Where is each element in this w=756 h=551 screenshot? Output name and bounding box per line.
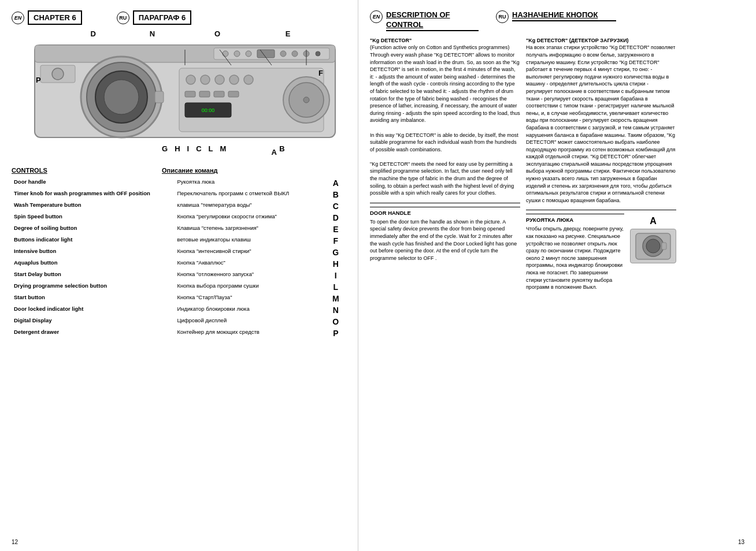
controls-title-en: CONTROLS: [12, 167, 127, 174]
kg-detector-en-body: Through every wash phase "Kg DETECTOR" a…: [370, 52, 520, 123]
label-A: A: [272, 148, 277, 157]
en-badge-right: EN: [370, 10, 383, 23]
control-en: Buttons indicator light: [12, 235, 175, 247]
label-O: O: [214, 29, 220, 38]
left-page: EN CHAPTER 6 RU ПАРАГРАФ 6 D N O E: [0, 0, 358, 551]
controls-row: Spin Speed button Кнопка "регулировки ск…: [12, 212, 346, 224]
wm-svg: 00:00: [12, 39, 347, 149]
svg-rect-27: [185, 91, 195, 97]
svg-rect-15: [155, 91, 164, 103]
svg-point-26: [303, 97, 309, 103]
control-ru: клавиша "температура воды": [175, 200, 321, 212]
ru-badge-left: RU: [117, 12, 129, 24]
controls-row: Degree of soiling button Клавиша "степен…: [12, 224, 346, 235]
door-handle-en-block: DOOR HANDLE To open the door turn the ha…: [370, 207, 520, 262]
control-en: Wash Temperature button: [12, 200, 175, 212]
control-letter: H: [322, 258, 346, 270]
right-col-ru: "Kg DETECTOR" (ДЕТЕКТОР ЗАГРУЗКИ) На все…: [526, 37, 676, 297]
svg-point-17: [52, 68, 64, 80]
control-en: Detergent drawer: [12, 327, 175, 339]
kg-detector-ru-block: "Kg DETECTOR" (ДЕТЕКТОР ЗАГРУЗКИ) На все…: [526, 37, 676, 204]
control-ru: Кнопка "отложенного запуска": [175, 270, 321, 281]
kg-detector-en-block: "Kg DETECTOR" (Function active only on C…: [370, 37, 520, 197]
control-en: Timer knob for wash programmes with OFF …: [12, 189, 175, 200]
control-en: Degree of soiling button: [12, 224, 175, 235]
page-num-left: 12: [12, 539, 18, 545]
kg-detector-ru-title: "Kg DETECTOR" (ДЕТЕКТОР ЗАГРУЗКИ): [526, 38, 629, 43]
left-col-en: "Kg DETECTOR" (Function active only on C…: [370, 37, 520, 297]
svg-point-22: [229, 75, 239, 84]
control-en: Start button: [12, 293, 175, 304]
controls-row: Start Delay button Кнопка "отложенного з…: [12, 270, 346, 281]
control-ru: Клавиша "степень загрязнения": [175, 224, 321, 235]
controls-row: Intensive button Кнопка "интенсивной сти…: [12, 247, 346, 258]
control-ru: Кнопка выбора программ сушки: [175, 281, 321, 293]
controls-row: Door handle Рукоятка люка A: [12, 177, 346, 189]
right-content: "Kg DETECTOR" (Function active only on C…: [370, 37, 744, 297]
kg-detector-ru-body: На всех этапах стирки устройство "Kg DET…: [526, 44, 676, 203]
controls-section: CONTROLS Описание команд Door handle Рук…: [12, 167, 346, 339]
kg-detector-en-text: "Kg DETECTOR" (Function active only on C…: [370, 37, 520, 197]
controls-row: Start button Кнопка "Старт/Пауза" M: [12, 293, 346, 304]
control-ru: Индикатор блокировки люка: [175, 304, 321, 316]
controls-row: Timer knob for wash programmes with OFF …: [12, 189, 346, 200]
control-en: Door handle: [12, 177, 175, 189]
control-letter: O: [322, 316, 346, 327]
door-image: [630, 229, 676, 263]
control-ru: Рукоятка люка: [175, 177, 321, 189]
washing-machine-diagram: D N O E: [12, 29, 346, 162]
right-page: EN DESCRIPTION OF CONTROL RU НАЗНАЧЕНИЕ …: [358, 0, 756, 551]
control-ru: Контейнер для моющих средств: [175, 327, 321, 339]
control-letter: M: [322, 293, 346, 304]
label-L: L: [209, 144, 213, 153]
control-ru: Цифровой дисплей: [175, 316, 321, 327]
svg-point-10: [316, 51, 320, 56]
control-ru: Кнопка "Старт/Пауза": [175, 293, 321, 304]
en-badge-left: EN: [12, 12, 24, 24]
control-en: Door locked indicator light: [12, 304, 175, 316]
control-en: Start Delay button: [12, 270, 175, 281]
control-letter: F: [322, 235, 346, 247]
controls-row: Digital Display Цифровой дисплей O: [12, 316, 346, 327]
control-letter: L: [322, 281, 346, 293]
door-handle-en-title: DOOR HANDLE: [370, 207, 520, 216]
label-H: H: [175, 144, 180, 153]
controls-row: Detergent drawer Контейнер для моющих ср…: [12, 327, 346, 339]
control-letter: I: [322, 270, 346, 281]
control-en: Digital Display: [12, 316, 175, 327]
control-en: Drying programme selection button: [12, 281, 175, 293]
label-N: N: [150, 29, 155, 38]
control-ru: ветовые индикаторы клавиш: [175, 235, 321, 247]
svg-point-14: [104, 80, 139, 114]
control-ru: Переключатель программ с отметкой ВЫКЛ: [175, 189, 321, 200]
control-en: Intensive button: [12, 247, 175, 258]
svg-rect-29: [214, 91, 224, 97]
control-ru: Кнопка "интенсивной стирки": [175, 247, 321, 258]
control-letter: D: [322, 212, 346, 224]
chapter-label: CHAPTER 6: [28, 10, 82, 25]
svg-text:00:00: 00:00: [202, 107, 215, 113]
svg-point-4: [234, 51, 240, 57]
door-handle-ru-block: РУКОЯТКА ЛЮКА Чтобы открыть дверцу, пове…: [526, 214, 676, 291]
control-letter: B: [322, 189, 346, 200]
controls-table: Door handle Рукоятка люка A Timer knob f…: [12, 177, 346, 339]
svg-point-39: [646, 239, 660, 253]
control-letter: A: [322, 177, 346, 189]
controls-row: Door locked indicator light Индикатор бл…: [12, 304, 346, 316]
svg-point-3: [223, 51, 228, 57]
control-en: Aquaplus button: [12, 258, 175, 270]
label-B: B: [279, 144, 284, 153]
door-handle-ru-title: РУКОЯТКА ЛЮКА: [526, 214, 624, 223]
controls-row: Aquaplus button Кнопка "Акваплюс" H: [12, 258, 346, 270]
control-letter: C: [322, 200, 346, 212]
right-header: EN DESCRIPTION OF CONTROL RU НАЗНАЧЕНИЕ …: [370, 10, 744, 31]
label-F: F: [318, 69, 323, 77]
desc-title-ru: НАЗНАЧЕНИЕ КНОПОК: [512, 10, 616, 21]
label-I: I: [187, 144, 190, 153]
kg-detector-en-sub: (Function active only on Cotton and Synt…: [370, 44, 510, 50]
door-handle-en-body: To open the door turn the handle as show…: [370, 218, 520, 262]
svg-point-5: [246, 51, 251, 57]
control-letter: P: [322, 327, 346, 339]
svg-point-7: [280, 51, 286, 57]
kg-detector-en-title: "Kg DETECTOR": [370, 38, 412, 43]
